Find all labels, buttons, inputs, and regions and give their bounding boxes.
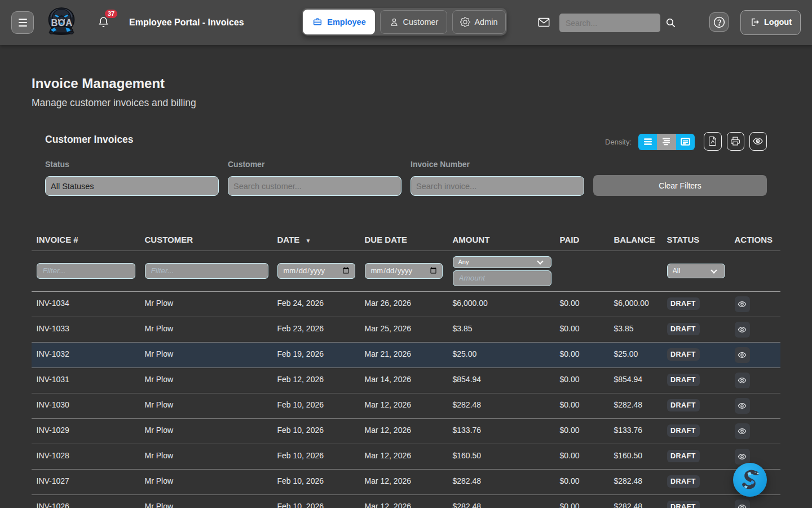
svg-text:BOA: BOA	[51, 17, 72, 28]
